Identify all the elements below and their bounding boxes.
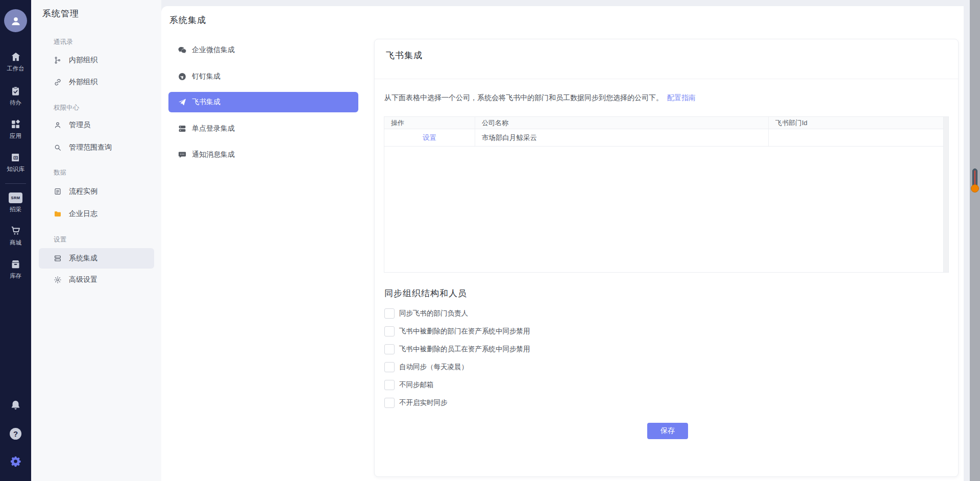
- table-scrollbar-track[interactable]: [943, 117, 948, 272]
- table-header-row: 操作 公司名称 飞书部门Id: [384, 117, 948, 129]
- rail-item-label: 待办: [0, 99, 31, 107]
- integration-item-wecom[interactable]: 企业微信集成: [168, 40, 358, 60]
- integration-item-label: 钉钉集成: [192, 72, 220, 81]
- checkbox-auto-sync[interactable]: [384, 362, 395, 372]
- sidebar-item-label: 管理范围查询: [69, 143, 112, 152]
- integration-item-dingtalk[interactable]: 钉钉集成: [168, 66, 358, 87]
- rail-item-inventory[interactable]: 库存: [0, 258, 31, 280]
- ai-book-icon: AI: [0, 152, 31, 163]
- integration-item-label: 单点登录集成: [192, 124, 235, 133]
- folder-icon: [54, 210, 62, 218]
- settings-button[interactable]: [0, 455, 31, 467]
- col-header-company: 公司名称: [475, 117, 769, 129]
- home-icon: [0, 51, 31, 62]
- dingtalk-icon: [178, 72, 187, 81]
- gear-icon: [0, 455, 31, 467]
- col-header-action: 操作: [384, 117, 475, 129]
- sidebar-item-admins[interactable]: 管理员: [39, 115, 154, 135]
- sync-option-label: 飞书中被删除的部门在资产系统中同步禁用: [399, 327, 530, 336]
- sync-option-label: 飞书中被删除的员工在资产系统中同步禁用: [399, 345, 530, 354]
- card-description: 从下面表格中选择一个公司，系统会将飞书中的部门和员工数据同步到您选择的公司下。配…: [384, 92, 696, 103]
- sidebar-item-process-instances[interactable]: 流程实例: [39, 181, 154, 202]
- content-panel: 系统集成 企业微信集成 钉钉集成 飞书集成 单点登录集成 通知消息集成 飞书集成: [161, 6, 964, 481]
- page-scrollbar[interactable]: [970, 0, 980, 481]
- feishu-integration-card: 飞书集成 从下面表格中选择一个公司，系统会将飞书中的部门和员工数据同步到您选择的…: [374, 39, 959, 477]
- sync-option-row: 不同步邮箱: [384, 380, 434, 390]
- gear-outline-icon: [54, 276, 62, 284]
- avatar[interactable]: [4, 9, 27, 32]
- bell-icon: [0, 399, 31, 411]
- sidebar-item-enterprise-logs[interactable]: 企业日志: [39, 204, 154, 224]
- sidebar-item-scope-query[interactable]: 管理范围查询: [39, 137, 154, 158]
- sync-option-label: 不开启实时同步: [399, 398, 448, 407]
- help-button[interactable]: ?: [0, 428, 31, 440]
- integration-item-label: 通知消息集成: [192, 150, 235, 159]
- sidebar-item-advanced-settings[interactable]: 高级设置: [39, 270, 154, 290]
- link-icon: [54, 78, 62, 86]
- integration-item-notifications[interactable]: 通知消息集成: [168, 145, 358, 165]
- rail-item-label: 库存: [0, 272, 31, 280]
- sidebar-item-label: 高级设置: [69, 275, 97, 284]
- apps-grid-icon: [0, 118, 31, 130]
- question-icon: ?: [10, 428, 21, 440]
- sidebar-item-system-integration[interactable]: 系统集成: [39, 248, 154, 269]
- card-title: 飞书集成: [386, 50, 423, 61]
- notifications-button[interactable]: [0, 399, 31, 411]
- table-row: 设置 市场部白月鲸采云: [384, 129, 948, 147]
- checkbox-no-email-sync[interactable]: [384, 380, 395, 390]
- thermometer-icon: [972, 169, 977, 188]
- checkbox-sync-dept-leader[interactable]: [384, 308, 395, 319]
- rail-item-label: 应用: [0, 132, 31, 140]
- rail-item-mall[interactable]: 商城: [0, 225, 31, 247]
- save-button[interactable]: 保存: [647, 423, 688, 439]
- search-icon: [54, 143, 62, 152]
- checkbox-no-realtime-sync[interactable]: [384, 398, 395, 408]
- row-company-name: 市场部白月鲸采云: [475, 129, 769, 146]
- org-tree-icon: [54, 56, 62, 64]
- rail-divider: [5, 183, 26, 184]
- description-text: 从下面表格中选择一个公司，系统会将飞书中的部门和员工数据同步到您选择的公司下。: [384, 93, 663, 102]
- sidebar: 系统管理 通讯录 内部组织 外部组织 权限中心 管理员 管理范围查询 数据 流程…: [31, 0, 161, 481]
- svg-text:AI: AI: [14, 156, 17, 159]
- paper-plane-icon: [178, 98, 187, 107]
- sidebar-item-external-org[interactable]: 外部组织: [39, 72, 154, 92]
- sidebar-item-internal-org[interactable]: 内部组织: [39, 50, 154, 70]
- sync-option-row: 自动同步（每天凌晨）: [384, 362, 468, 372]
- sidebar-item-label: 企业日志: [69, 209, 97, 219]
- sidebar-section-data: 数据: [54, 169, 66, 177]
- checkbox-disable-deleted-employees[interactable]: [384, 344, 395, 354]
- person-icon: [54, 121, 62, 129]
- config-guide-link[interactable]: 配置指南: [667, 93, 696, 102]
- srm-badge-icon: SRM: [9, 193, 22, 203]
- sync-option-row: 飞书中被删除的员工在资产系统中同步禁用: [384, 344, 530, 354]
- rail-item-srm[interactable]: SRM 招采: [0, 193, 31, 213]
- sync-option-label: 同步飞书的部门负责人: [399, 309, 468, 318]
- rail-item-label: 招采: [0, 206, 31, 213]
- rail-item-knowledge[interactable]: AI 知识库: [0, 152, 31, 173]
- sidebar-item-label: 系统集成: [69, 254, 97, 263]
- rail-item-workbench[interactable]: 工作台: [0, 51, 31, 73]
- checkbox-disable-deleted-depts[interactable]: [384, 326, 395, 336]
- rail-item-apps[interactable]: 应用: [0, 118, 31, 140]
- row-feishu-dept-id: [769, 129, 948, 146]
- message-bubble-icon: [178, 150, 187, 159]
- rail-item-todo[interactable]: 待办: [0, 85, 31, 107]
- sync-section-title: 同步组织结构和人员: [384, 287, 467, 299]
- sync-option-row: 飞书中被删除的部门在资产系统中同步禁用: [384, 326, 530, 336]
- wecom-icon: [178, 45, 187, 55]
- sidebar-section-permissions: 权限中心: [54, 104, 79, 112]
- sync-option-label: 自动同步（每天凌晨）: [399, 363, 468, 372]
- cart-icon: [0, 225, 31, 236]
- integrations-title: 系统集成: [169, 14, 206, 26]
- rail-item-label: 知识库: [0, 165, 31, 173]
- card-divider: [375, 79, 958, 79]
- integration-item-sso[interactable]: 单点登录集成: [168, 118, 358, 139]
- sidebar-item-label: 管理员: [69, 121, 90, 130]
- row-settings-link[interactable]: 设置: [423, 133, 436, 142]
- app-rail: 工作台 待办 应用 AI 知识库 SRM 招采 商城 库存: [0, 0, 31, 481]
- sso-stack-icon: [178, 124, 187, 133]
- sidebar-section-contacts: 通讯录: [54, 38, 73, 46]
- rail-item-label: 工作台: [0, 65, 31, 73]
- rail-item-label: 商城: [0, 239, 31, 247]
- integration-item-feishu[interactable]: 飞书集成: [168, 92, 358, 112]
